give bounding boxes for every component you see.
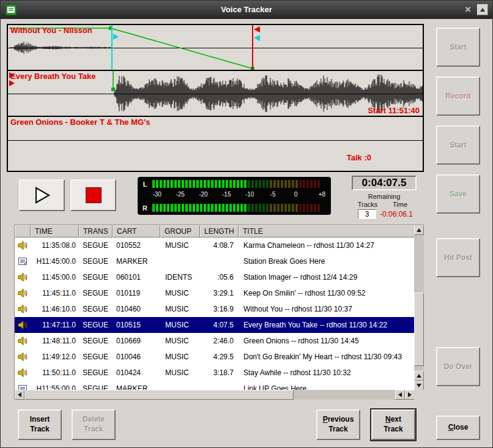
cell-title: Karma Chameleon -- rdhost 11/30 14:27	[239, 241, 415, 250]
cell-length: 2:46.0	[200, 337, 239, 345]
cell-trans: SEGUE	[79, 257, 113, 266]
shade-icon[interactable]	[477, 4, 488, 15]
voice-tracker-window: Voice Tracker ✕ Without You - Nilsson	[0, 0, 493, 448]
log-row[interactable]: 11:49:12.0SEGUE010046MUSIC4:29.5Don't Go…	[15, 349, 415, 365]
cell-cart: 010119	[113, 289, 160, 297]
insert-track-button[interactable]: Insert Track	[18, 409, 62, 440]
cell-group: MUSIC	[160, 337, 200, 345]
column-header-icon[interactable]	[15, 225, 31, 237]
log-row[interactable]: 11:45:11.0SEGUE010119MUSIC3:29.1Keep On …	[15, 285, 415, 301]
log-row[interactable]: 11:50:11.0SEGUE010424MUSIC3:18.7Stay Awh…	[15, 365, 415, 381]
speaker-icon	[18, 288, 28, 298]
track3-zero-line	[8, 140, 423, 141]
log-row[interactable]: 11:35:08.0SEGUE010552MUSIC4:08.7Karma Ch…	[15, 237, 415, 253]
delete-track-button[interactable]: Delete Track	[72, 409, 116, 440]
cell-title: Station Break Goes Here	[239, 257, 415, 266]
waveform-panel[interactable]: Without You - Nilsson Every Breath You T…	[7, 24, 424, 172]
segue-marker-handle[interactable]	[113, 34, 119, 40]
scroll-left-button[interactable]	[395, 390, 405, 400]
previous-track-button[interactable]: Previous Track	[316, 409, 360, 440]
log-row[interactable]: H11:45:00.0SEGUEMARKERStation Break Goes…	[15, 253, 415, 269]
vu-scale-label: -5	[270, 191, 276, 198]
speaker-icon	[18, 336, 28, 346]
log-row[interactable]: 11:47:11.0SEGUE010515MUSIC4:07.5Every Br…	[15, 317, 415, 333]
scroll-down-button[interactable]	[414, 381, 424, 390]
remaining-tracks-value: 3	[358, 209, 376, 219]
horizontal-scrollbar[interactable]	[15, 390, 415, 400]
column-header-cart[interactable]: CART	[113, 225, 160, 237]
side-button-do-over[interactable]: Do Over	[436, 347, 480, 386]
cell-cart: 010460	[113, 305, 160, 313]
cell-group: MUSIC	[160, 241, 200, 250]
cell-cart: 010046	[113, 353, 160, 361]
cell-trans: SEGUE	[79, 305, 113, 313]
log-table: TIMETRANSCARTGROUPLENGTHTITLE 11:35:08.0…	[14, 225, 424, 400]
fade-down-line[interactable]	[111, 28, 253, 69]
log-row[interactable]: 11:45:00.0SEGUE060101IDENTS:05.6Station …	[15, 269, 415, 285]
play-button[interactable]	[19, 179, 65, 211]
vu-meter: L -30-25-20-15-10-50+8 R	[138, 177, 331, 215]
cell-icon	[15, 272, 31, 282]
side-button-save[interactable]: Save	[436, 174, 480, 214]
voice-start-handle[interactable]	[111, 88, 115, 91]
button-line: Track	[328, 425, 347, 435]
close-icon[interactable]: ✕	[463, 5, 473, 15]
vu-scale-label: -30	[152, 191, 161, 198]
log-body: 11:35:08.0SEGUE010552MUSIC4:08.7Karma Ch…	[15, 237, 415, 390]
window-title: Voice Tracker	[1, 5, 492, 14]
side-button-start[interactable]: Start	[436, 28, 480, 67]
side-button-column: StartRecordStartSaveHit PostDo Over	[436, 19, 480, 417]
side-button-record[interactable]: Record	[436, 77, 480, 116]
vu-scale-label: 0	[294, 191, 298, 198]
scroll-right-button[interactable]	[405, 390, 415, 400]
column-header-time[interactable]: TIME	[31, 225, 79, 237]
scroll-up-button[interactable]	[414, 225, 424, 235]
button-line: Close	[448, 423, 469, 433]
cell-title: Stay Awhile -- rdhost 11/30 10:32	[239, 368, 415, 377]
stop-button[interactable]	[70, 179, 116, 211]
vertical-scrollbar[interactable]	[414, 225, 424, 390]
cell-trans: SEGUE	[79, 289, 113, 297]
cell-group: MUSIC	[160, 289, 200, 297]
column-header-group[interactable]: GROUP	[160, 225, 200, 237]
play-icon	[33, 186, 51, 204]
titlebar[interactable]: Voice Tracker ✕	[1, 1, 492, 19]
cell-trans: SEGUE	[79, 353, 113, 361]
button-line: Insert	[30, 415, 50, 425]
column-header-trans[interactable]: TRANS	[79, 225, 113, 237]
vu-right-bar	[152, 204, 327, 212]
track-1[interactable]: Without You - Nilsson	[8, 25, 423, 71]
cell-cart: 010552	[113, 241, 160, 250]
track2-start-time: Start 11:51:40	[368, 106, 420, 115]
cell-title: Without You -- rdhost 11/30 10:37	[239, 305, 415, 313]
end-marker-handle[interactable]	[254, 26, 260, 32]
cell-length: 4:07.5	[200, 321, 239, 329]
scroll-up-button[interactable]	[414, 371, 424, 381]
next-track-button[interactable]: Next Track	[371, 409, 415, 440]
close-button[interactable]: Close	[436, 416, 480, 440]
track2-title: Every Breath You Take	[10, 72, 95, 81]
log-row[interactable]: 11:46:10.0SEGUE010460MUSIC3:16.9Without …	[15, 301, 415, 317]
column-header-title[interactable]: TITLE	[239, 225, 415, 237]
cell-icon	[15, 320, 31, 330]
scroll-left-button[interactable]	[15, 390, 24, 400]
track-start-marker[interactable]	[9, 80, 15, 86]
remaining-time-value: -0:06:06.1	[376, 210, 417, 218]
side-button-start[interactable]: Start	[436, 125, 480, 165]
horizontal-scroll-thumb[interactable]	[24, 390, 294, 400]
segue-end-handle[interactable]	[254, 35, 260, 41]
cell-time: 11:49:12.0	[31, 353, 79, 361]
side-button-hit-post[interactable]: Hit Post	[436, 238, 480, 277]
track-2[interactable]: Every Breath You Take Start 11:51:40	[8, 71, 423, 117]
vertical-scroll-thumb[interactable]	[414, 293, 424, 366]
log-row[interactable]: 11:48:11.0SEGUE010669MUSIC2:46.0Green On…	[15, 333, 415, 349]
track-3[interactable]: Green Onions - Booker T & The MG's Talk …	[8, 117, 423, 168]
button-line: Track	[384, 425, 402, 435]
log-row[interactable]: H11:55:00.0SEGUEMARKERLink UP Goes Here	[15, 381, 415, 390]
remaining-tracks-label: Tracks	[352, 201, 384, 208]
remaining-time-label: Time	[384, 201, 417, 208]
cell-time: 11:46:10.0	[31, 305, 79, 313]
column-header-length[interactable]: LENGTH	[200, 225, 239, 237]
speaker-icon	[18, 320, 28, 330]
scrollbar-corner	[414, 390, 424, 400]
